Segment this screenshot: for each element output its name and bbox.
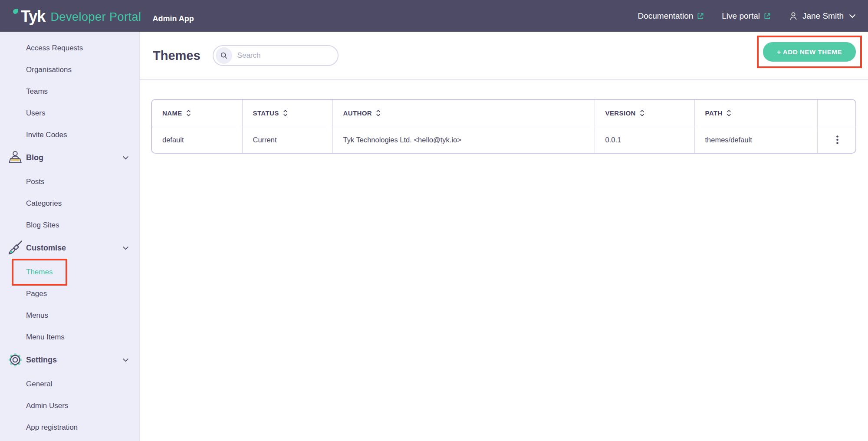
chevron-down-icon xyxy=(122,358,129,362)
external-link-icon xyxy=(763,12,771,20)
sidebar-item-label: App registration xyxy=(26,423,78,432)
column-header-version[interactable]: VERSION xyxy=(595,100,694,127)
user-menu[interactable]: Jane Smith xyxy=(789,11,856,21)
column-header-author[interactable]: AUTHOR xyxy=(332,100,595,127)
sidebar-item-categories[interactable]: Categories xyxy=(0,193,139,214)
sort-icon xyxy=(186,109,191,117)
cell-status: Current xyxy=(242,127,332,153)
column-header-label: PATH xyxy=(705,109,723,117)
sidebar-item-admin-users[interactable]: Admin Users xyxy=(0,395,139,417)
documentation-link[interactable]: Documentation xyxy=(638,11,704,21)
user-name: Jane Smith xyxy=(802,11,844,21)
main-content: Themes + ADD NEW THEME xyxy=(140,32,868,441)
live-portal-link[interactable]: Live portal xyxy=(722,11,771,21)
column-header-actions xyxy=(817,100,856,127)
sort-icon xyxy=(727,109,731,117)
sidebar-item-blog-sites[interactable]: Blog Sites xyxy=(0,214,139,236)
column-header-status[interactable]: STATUS xyxy=(242,100,332,127)
search-icon xyxy=(216,47,232,64)
top-header: Tyk Developer Portal Admin App Documenta… xyxy=(0,0,868,32)
cell-author: Tyk Technologies Ltd. <hello@tyk.io> xyxy=(332,127,595,153)
sidebar-item-label: General xyxy=(26,380,52,388)
sort-icon xyxy=(640,109,644,117)
themes-table-card: NAME STATUS AUTHOR VERSION xyxy=(151,99,856,154)
external-link-icon xyxy=(697,12,704,20)
sidebar-item-label: Pages xyxy=(26,290,47,298)
sort-icon xyxy=(376,109,381,117)
table-header-row: NAME STATUS AUTHOR VERSION xyxy=(152,100,856,127)
sidebar-item-label: Organisations xyxy=(26,66,72,74)
sidebar-item-general[interactable]: General xyxy=(0,373,139,395)
sidebar-item-label: Categories xyxy=(26,199,62,208)
sidebar-item-teams[interactable]: Teams xyxy=(0,81,139,102)
sidebar-section-customise[interactable]: Customise xyxy=(0,237,139,259)
cell-path: themes/default xyxy=(694,127,817,153)
add-new-theme-button[interactable]: + ADD NEW THEME xyxy=(763,42,856,62)
sidebar-item-label: Posts xyxy=(26,178,45,186)
sidebar-item-users[interactable]: Users xyxy=(0,102,139,124)
page-header: Themes + ADD NEW THEME xyxy=(140,32,868,80)
column-header-path[interactable]: PATH xyxy=(694,100,817,127)
sidebar-section-label: Settings xyxy=(26,355,57,365)
sidebar-item-organisations[interactable]: Organisations xyxy=(0,59,139,81)
sidebar-item-pages[interactable]: Pages xyxy=(0,283,139,305)
sidebar-item-label: Access Requests xyxy=(26,44,83,53)
sidebar-item-label: Teams xyxy=(26,87,48,96)
chevron-down-icon xyxy=(122,246,129,250)
sidebar-section-label: Customise xyxy=(26,244,66,253)
user-icon xyxy=(789,11,798,21)
row-actions-menu-button[interactable] xyxy=(832,133,843,147)
sidebar-section-settings[interactable]: Settings xyxy=(0,349,139,371)
sidebar-item-label: Users xyxy=(26,109,45,118)
sort-icon xyxy=(283,109,288,117)
column-header-label: STATUS xyxy=(253,109,279,117)
column-header-name[interactable]: NAME xyxy=(152,100,242,127)
sidebar-item-posts[interactable]: Posts xyxy=(0,171,139,193)
sidebar-section-label: Blog xyxy=(26,153,43,162)
documentation-link-label: Documentation xyxy=(638,11,693,21)
chevron-down-icon xyxy=(122,156,129,160)
sidebar-item-label: Invite Codes xyxy=(26,131,67,139)
tyk-leaf-icon xyxy=(12,8,20,15)
cell-version: 0.0.1 xyxy=(595,127,694,153)
column-header-label: AUTHOR xyxy=(343,109,372,117)
sidebar-item-label: Admin Users xyxy=(26,402,68,410)
sidebar-item-app-registration[interactable]: App registration xyxy=(0,417,139,438)
column-header-label: VERSION xyxy=(605,109,636,117)
sidebar-item-label: Menu Items xyxy=(26,333,65,342)
annotation-box-add-theme: + ADD NEW THEME xyxy=(757,36,862,68)
search-input[interactable] xyxy=(237,51,320,60)
sidebar-item-access-requests[interactable]: Access Requests xyxy=(0,37,139,59)
sidebar-item-menu-items[interactable]: Menu Items xyxy=(0,326,139,348)
sidebar-item-label: Menus xyxy=(26,311,48,320)
tyk-developer-portal-admin: Tyk Developer Portal Admin App Documenta… xyxy=(0,0,868,441)
sidebar-item-label: Blog Sites xyxy=(26,221,59,230)
sidebar-nav: Access Requests Organisations Teams User… xyxy=(0,32,140,441)
sidebar-section-blog[interactable]: Blog xyxy=(0,147,139,168)
brand-logo[interactable]: Tyk Developer Portal Admin App xyxy=(12,8,194,24)
topbar-right: Documentation Live portal Jane Smith xyxy=(638,11,856,21)
sidebar-item-themes[interactable]: Themes xyxy=(0,261,139,283)
cell-name: default xyxy=(152,127,242,153)
themes-table: NAME STATUS AUTHOR VERSION xyxy=(152,100,856,153)
sidebar-list: Access Requests Organisations Teams User… xyxy=(0,32,139,438)
gear-icon xyxy=(7,352,23,368)
chevron-down-icon xyxy=(849,14,856,18)
logo-text: Tyk xyxy=(21,9,45,24)
table-row[interactable]: default Current Tyk Technologies Ltd. <h… xyxy=(152,127,856,153)
paintbrush-icon xyxy=(7,240,23,256)
cell-actions xyxy=(817,127,856,153)
logo-subtitle: Developer Portal xyxy=(50,11,141,24)
search-box xyxy=(213,45,339,66)
live-portal-link-label: Live portal xyxy=(722,11,760,21)
blog-icon xyxy=(7,149,23,166)
app-label: Admin App xyxy=(152,14,194,24)
page-title: Themes xyxy=(153,49,201,63)
column-header-label: NAME xyxy=(162,109,182,117)
kebab-menu-icon xyxy=(836,135,838,144)
sidebar-item-invite-codes[interactable]: Invite Codes xyxy=(0,124,139,146)
sidebar-item-label: Themes xyxy=(26,268,53,276)
sidebar-item-menus[interactable]: Menus xyxy=(0,305,139,326)
